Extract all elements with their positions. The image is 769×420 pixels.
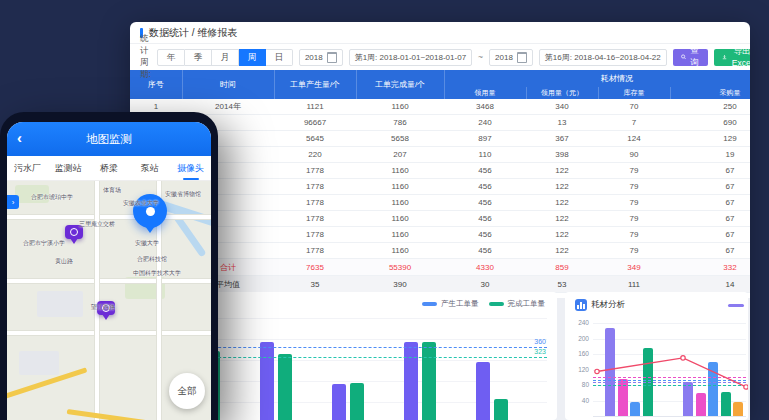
col-subheader[interactable]: 库存量 xyxy=(598,87,670,99)
bar-完成工单量[interactable] xyxy=(494,399,508,420)
reference-line-label: 360 xyxy=(534,338,546,345)
cell-value: 96667 xyxy=(274,115,356,131)
cell-value: 1778 xyxy=(274,211,356,227)
col-subheader[interactable]: 领用量（元） xyxy=(526,87,598,99)
phone-tab-bar: 污水厂监测站桥梁泵站摄像头 xyxy=(7,156,211,181)
cell-value: 456 xyxy=(444,163,526,179)
cell-value: 67 xyxy=(670,243,750,259)
map-label: 黄山路 xyxy=(55,257,73,266)
cell-total-value: 332 xyxy=(670,259,750,276)
consumables-chart-card: 耗材分析 2402001601208040 xyxy=(565,292,748,420)
period-option[interactable]: 季 xyxy=(185,49,212,66)
calendar-icon xyxy=(327,52,337,63)
cell-value: 3468 xyxy=(444,99,526,115)
bar-产生工单量[interactable] xyxy=(404,342,418,420)
bar-产生工单量[interactable] xyxy=(476,362,490,420)
bar-产生工单量[interactable] xyxy=(332,384,346,420)
cell-value: 5658 xyxy=(356,131,444,147)
cell-value: 19 xyxy=(670,147,750,163)
period-option[interactable]: 年 xyxy=(157,49,185,66)
cell-value: 79 xyxy=(598,195,670,211)
chart-icon xyxy=(575,299,587,311)
cell-value: 1160 xyxy=(356,179,444,195)
bar-完成工单量[interactable] xyxy=(278,354,292,420)
cell-value: 1778 xyxy=(274,243,356,259)
query-button-label: 查询 xyxy=(689,45,700,69)
back-icon[interactable]: ‹ xyxy=(17,130,22,146)
report-table: 序号 时间 工单产生量/个 工单完成量/个 耗材情况 领用量领用量（元）库存量采… xyxy=(130,70,750,293)
cell-value: 398 xyxy=(526,147,598,163)
start-year-value: 2018 xyxy=(305,53,323,62)
cell-value: 1160 xyxy=(356,195,444,211)
consumables-bar-line-chart: 2402001601208040 xyxy=(565,312,748,420)
start-year-select[interactable]: 2018 xyxy=(299,49,343,66)
cell-value: 456 xyxy=(444,179,526,195)
cell-value: 1778 xyxy=(274,179,356,195)
map-view[interactable]: › 全部 合肥市琥珀中学体育场安徽农业大学安徽省博物馆三里庵立交桥合肥市宁溪小学… xyxy=(7,181,211,420)
cell-average-value: 30 xyxy=(444,276,526,293)
export-icon xyxy=(722,53,727,61)
phone-tab-泵站[interactable]: 泵站 xyxy=(129,156,170,180)
cell-value: 220 xyxy=(274,147,356,163)
phone-tab-摄像头[interactable]: 摄像头 xyxy=(170,156,211,180)
cell-average-value: 35 xyxy=(274,276,356,293)
period-label: 统计周期: xyxy=(140,33,151,81)
map-label: 安徽省博物馆 xyxy=(165,190,201,199)
cell-value: 1160 xyxy=(356,211,444,227)
bar-完成工单量[interactable] xyxy=(350,383,364,420)
export-button-label: 导出Excel xyxy=(730,46,750,68)
col-subheader[interactable]: 采购量 xyxy=(670,87,750,99)
reference-line-label: 323 xyxy=(534,348,546,355)
map-block xyxy=(19,351,59,375)
col-subheader[interactable]: 领用量 xyxy=(444,87,526,99)
line-data-point xyxy=(595,369,599,373)
period-option[interactable]: 日 xyxy=(266,49,293,66)
col-header-index[interactable]: 序号 xyxy=(130,70,182,99)
cell-value: 1778 xyxy=(274,227,356,243)
line-data-point xyxy=(744,385,748,389)
end-week-input[interactable]: 第16周: 2018-04-16~2018-04-22 xyxy=(539,49,667,66)
show-all-button[interactable]: 全部 xyxy=(169,373,205,409)
cell-value: 456 xyxy=(444,211,526,227)
cell-value: 1160 xyxy=(356,243,444,259)
cell-value: 1160 xyxy=(356,99,444,115)
col-header-created[interactable]: 工单产生量/个 xyxy=(274,70,356,99)
table-average-row: 平均值35390305311114 xyxy=(130,276,750,293)
map-expand-button[interactable]: › xyxy=(7,195,19,209)
col-header-completed[interactable]: 工单完成量/个 xyxy=(356,70,444,99)
cell-total-value: 4330 xyxy=(444,259,526,276)
map-label: 三里庵立交桥 xyxy=(79,220,115,229)
dashboard-panel: 数据统计 / 维修报表 统计周期: 年季月周日 2018 第1周: 2018-0… xyxy=(130,22,750,420)
cell-value: 456 xyxy=(444,195,526,211)
chart-card-title: 耗材分析 xyxy=(575,299,625,311)
phone-tab-桥梁[interactable]: 桥梁 xyxy=(89,156,130,180)
bar-产生工单量[interactable] xyxy=(260,342,274,420)
cell-average-value: 14 xyxy=(670,276,750,293)
search-icon xyxy=(681,53,686,61)
cell-value: 79 xyxy=(598,163,670,179)
start-week-input[interactable]: 第1周: 2018-01-01~2018-01-07 xyxy=(349,49,472,66)
query-button[interactable]: 查询 xyxy=(673,49,709,66)
bar-完成工单量[interactable] xyxy=(422,342,436,420)
cell-value: 1778 xyxy=(274,195,356,211)
col-header-time[interactable]: 时间 xyxy=(182,70,274,99)
cell-value: 67 xyxy=(670,211,750,227)
cell-value: 5645 xyxy=(274,131,356,147)
cell-value: 122 xyxy=(526,243,598,259)
map-label: 安徽农业大学 xyxy=(123,199,159,208)
range-separator: ~ xyxy=(478,52,483,62)
table-total-row: 合计7635553904330859349332 xyxy=(130,259,750,276)
table-row: 96667786240137690 xyxy=(130,115,750,131)
map-block xyxy=(37,291,83,317)
period-option[interactable]: 月 xyxy=(212,49,239,66)
map-label: 望江西路 xyxy=(91,303,115,312)
end-year-select[interactable]: 2018 xyxy=(489,49,533,66)
table-row: 177811604561227967 xyxy=(130,227,750,243)
period-segmented-control: 年季月周日 xyxy=(157,49,293,66)
cell-value: 129 xyxy=(670,131,750,147)
map-label: 合肥市宁溪小学 xyxy=(23,239,65,248)
phone-tab-监测站[interactable]: 监测站 xyxy=(48,156,89,180)
export-excel-button[interactable]: 导出Excel xyxy=(714,49,750,66)
period-option[interactable]: 周 xyxy=(239,49,266,66)
phone-tab-污水厂[interactable]: 污水厂 xyxy=(7,156,48,180)
